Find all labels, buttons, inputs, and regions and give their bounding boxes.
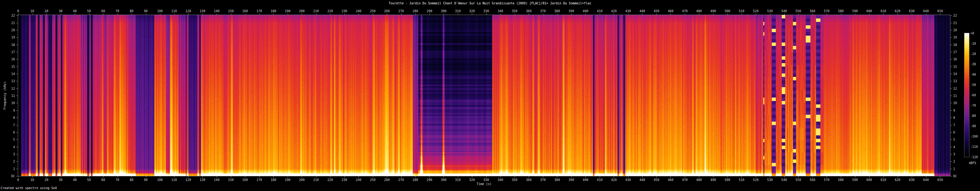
freq-tick-right — [950, 147, 952, 147]
time-tick-label-top: 440 — [639, 10, 645, 13]
time-tick-label-bottom: 460 — [668, 178, 673, 181]
time-tick-label-bottom: 290 — [427, 178, 432, 181]
time-tick-label-top: 180 — [270, 10, 276, 13]
time-tick-bottom — [302, 176, 302, 178]
time-tick-top — [557, 13, 557, 15]
time-tick-label-top: 620 — [895, 10, 900, 13]
colorbar-unit-label: dBFS — [969, 161, 976, 165]
time-tick-label-bottom: 540 — [781, 178, 787, 181]
x-axis-label: Time (s) — [18, 182, 950, 186]
time-tick-label-bottom: 580 — [838, 178, 844, 181]
time-tick-bottom — [813, 176, 813, 178]
freq-tick-left — [16, 147, 18, 147]
time-tick-label-top: 110 — [172, 10, 177, 13]
freq-tick-label-right: 21 — [953, 21, 957, 24]
time-tick-label-bottom: 200 — [299, 178, 304, 181]
time-tick-label-bottom: 550 — [795, 178, 801, 181]
time-tick-label-bottom: 600 — [867, 178, 872, 181]
time-tick-label-bottom: 360 — [526, 178, 531, 181]
freq-tick-right — [950, 110, 952, 111]
freq-tick-left — [16, 52, 18, 52]
time-tick-bottom — [883, 176, 884, 178]
freq-tick-label-left: 6 — [1, 130, 15, 134]
time-tick-label-top: 150 — [228, 10, 234, 13]
freq-tick-right — [950, 117, 952, 118]
time-tick-bottom — [46, 176, 47, 178]
time-tick-label-bottom: 420 — [611, 178, 617, 181]
time-tick-bottom — [146, 176, 146, 178]
time-tick-bottom — [430, 176, 430, 178]
time-tick-label-bottom: 170 — [256, 178, 262, 181]
time-tick-label-top: 250 — [370, 10, 375, 13]
time-tick-bottom — [741, 176, 742, 178]
time-tick-label-top: 100 — [157, 10, 163, 13]
freq-tick-label-right: 11 — [953, 94, 957, 98]
freq-tick-label-left: 20 — [1, 28, 15, 32]
time-tick-label-top: 510 — [739, 10, 745, 13]
time-tick-label-bottom: 500 — [724, 178, 730, 181]
freq-tick-right — [950, 103, 952, 103]
time-tick-bottom — [401, 176, 401, 178]
time-tick-label-top: 310 — [455, 10, 461, 13]
time-tick-label-bottom: 520 — [753, 178, 758, 181]
freq-tick-label-left: 4 — [1, 145, 15, 148]
time-tick-label-bottom: 210 — [313, 178, 319, 181]
time-tick-top — [869, 13, 870, 15]
time-tick-label-bottom: 490 — [710, 178, 716, 181]
time-tick-bottom — [32, 176, 33, 178]
time-tick-top — [585, 13, 586, 15]
time-tick-label-bottom: 620 — [895, 178, 900, 181]
time-tick-label-bottom: 250 — [370, 178, 375, 181]
time-tick-label-top: 280 — [412, 10, 418, 13]
time-tick-label-top: 30 — [59, 10, 62, 13]
time-tick-label-top: 340 — [498, 10, 503, 13]
time-tick-top — [373, 13, 373, 15]
time-tick-label-bottom: 40 — [73, 178, 77, 181]
db-tick-label: -50 — [970, 83, 976, 87]
time-tick-label-top: 20 — [45, 10, 48, 13]
freq-tick-label-left: 7 — [1, 123, 15, 127]
time-tick-top — [600, 13, 600, 15]
time-tick-label-bottom: 310 — [455, 178, 461, 181]
time-tick-label-bottom: 570 — [824, 178, 829, 181]
freq-tick-right — [950, 15, 952, 16]
time-tick-label-top: 550 — [795, 10, 801, 13]
time-tick-label-bottom: 220 — [327, 178, 333, 181]
time-tick-label-bottom: 190 — [285, 178, 291, 181]
chart-title: Tourette - Jardin Du Sommeil Chant D'Amo… — [0, 2, 980, 5]
time-tick-label-bottom: 340 — [498, 178, 503, 181]
freq-tick-left — [16, 88, 18, 89]
time-tick-top — [401, 13, 401, 15]
time-tick-bottom — [515, 176, 515, 178]
freq-tick-right — [950, 140, 952, 140]
freq-tick-label-left: 16 — [1, 58, 15, 61]
time-tick-label-bottom: 530 — [767, 178, 773, 181]
time-tick-label-top: 560 — [810, 10, 815, 13]
time-tick-label-top: 320 — [469, 10, 475, 13]
freq-tick-right — [950, 59, 952, 59]
time-tick-top — [614, 13, 614, 15]
time-tick-label-top: 480 — [696, 10, 702, 13]
freq-tick-label-left: 1 — [1, 167, 15, 170]
time-tick-label-bottom: 60 — [101, 178, 105, 181]
time-tick-label-top: 300 — [441, 10, 446, 13]
time-tick-label-bottom: 230 — [342, 178, 347, 181]
time-tick-label-top: 80 — [130, 10, 134, 13]
time-tick-label-top: 590 — [852, 10, 858, 13]
time-tick-top — [685, 13, 685, 15]
time-tick-top — [472, 13, 472, 15]
time-tick-bottom — [118, 176, 118, 178]
time-tick-label-bottom: 330 — [484, 178, 489, 181]
time-tick-label-top: 580 — [838, 10, 844, 13]
time-tick-label-bottom: 650 — [937, 178, 943, 181]
time-tick-top — [245, 13, 245, 15]
time-tick-label-bottom: 0 — [17, 178, 19, 181]
time-tick-label-bottom: 610 — [881, 178, 886, 181]
time-tick-bottom — [685, 176, 685, 178]
time-tick-top — [784, 13, 784, 15]
time-tick-top — [940, 13, 940, 15]
time-tick-label-top: 220 — [327, 10, 333, 13]
time-tick-label-top: 450 — [654, 10, 659, 13]
freq-tick-label-left: 12 — [1, 87, 15, 90]
time-tick-top — [103, 13, 103, 15]
